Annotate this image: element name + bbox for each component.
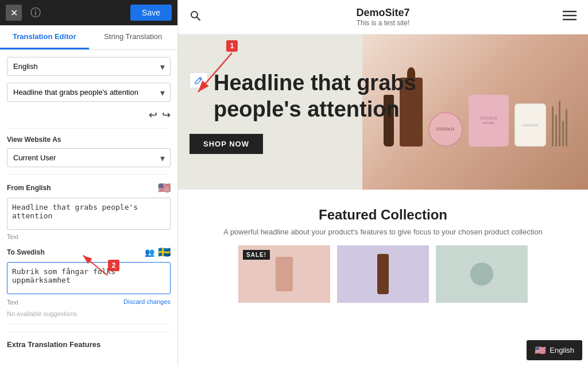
divider-2 [7, 174, 171, 175]
language-button[interactable]: 🇺🇸 English [527, 340, 582, 360]
extra-features-title: Extra Translation Features [7, 340, 100, 349]
product-card-3-image [436, 245, 528, 303]
hero-headline-wrap: Headline that grabspeople's attention [189, 70, 416, 122]
left-panel: ✕ ⓘ Save Translation Editor String Trans… [0, 0, 178, 366]
svg-line-3 [197, 17, 200, 21]
tab-bar: Translation Editor String Translation [0, 25, 177, 50]
svg-line-7 [199, 78, 201, 80]
from-flag: 🇺🇸 [158, 182, 171, 194]
featured-title: Featured Collection [189, 207, 577, 223]
people-icon: 👥 [145, 248, 154, 257]
from-type-label: Text [7, 233, 171, 240]
from-lang-label: From English [7, 184, 51, 192]
hero-section: Headline that grabspeople's attention SH… [178, 34, 588, 190]
to-section: To Swedish 👥 🇸🇪 Text Discard changes No … [7, 246, 171, 317]
to-lang-label: To Swedish [7, 248, 45, 256]
site-header: DemoSite7 This is a test site! [178, 0, 588, 34]
info-button[interactable]: ⓘ [28, 5, 44, 21]
content-select-wrapper: Headline that grabs people's attention [7, 83, 171, 102]
language-select[interactable]: English Swedish French German [7, 57, 171, 76]
view-as-select-wrapper: Current User Visitor [7, 148, 171, 167]
undo-redo-toolbar: ↩ ↪ [7, 109, 171, 121]
sale-badge-1: SALE! [243, 250, 270, 260]
divider-3 [7, 324, 171, 325]
content-select[interactable]: Headline that grabs people's attention [7, 83, 171, 102]
annotation-badge-2: 2 [108, 260, 119, 271]
lang-button-label: English [550, 346, 574, 355]
shop-now-button[interactable]: SHOP NOW [189, 134, 263, 154]
from-lang-header: From English 🇺🇸 [7, 182, 171, 194]
from-text-area[interactable] [7, 198, 171, 230]
product-card-3 [436, 245, 528, 303]
to-type-label: Text [7, 299, 18, 306]
featured-subtitle: A powerful headline about your product's… [211, 228, 555, 236]
divider-1 [7, 128, 171, 129]
tab-translation-editor[interactable]: Translation Editor [0, 25, 89, 49]
view-as-section: View Website As Current User Visitor [7, 136, 171, 167]
product-card-2 [337, 245, 429, 303]
to-text-area[interactable] [7, 262, 171, 294]
hero-headline: Headline that grabspeople's attention [214, 70, 416, 122]
product-grid: SALE! [189, 245, 577, 303]
hero-headline-text: Headline that grabspeople's attention [214, 71, 416, 121]
language-select-wrapper: English Swedish French German [7, 57, 171, 76]
edit-pencil-button[interactable] [189, 72, 208, 88]
no-suggestions-text: No available suggestions [7, 310, 171, 317]
close-button[interactable]: ✕ [6, 5, 22, 21]
extra-features-section: Extra Translation Features [7, 332, 171, 349]
site-tagline: This is a test site! [356, 19, 409, 27]
save-button[interactable]: Save [130, 5, 172, 21]
to-lang-header: To Swedish 👥 🇸🇪 [7, 246, 171, 259]
search-icon[interactable] [189, 10, 201, 24]
panel-body: English Swedish French German Headline t… [0, 50, 177, 366]
menu-icon[interactable] [563, 10, 577, 24]
tab-string-translation[interactable]: String Translation [89, 25, 178, 49]
hero-content: Headline that grabspeople's attention SH… [178, 53, 428, 171]
view-as-select[interactable]: Current User Visitor [7, 148, 171, 167]
site-title-wrap: DemoSite7 This is a test site! [356, 7, 409, 27]
right-panel: DemoSite7 This is a test site! [178, 0, 588, 366]
undo-button[interactable]: ↩ [149, 109, 157, 121]
from-section: From English 🇺🇸 Text [7, 182, 171, 240]
product-card-1: SALE! [238, 245, 330, 303]
product-card-2-image [337, 245, 429, 303]
lang-flag: 🇺🇸 [535, 345, 546, 356]
translation-actions-row: Text Discard changes [7, 298, 171, 306]
featured-collection: Featured Collection A powerful headline … [178, 190, 588, 311]
annotation-badge-1: 1 [226, 40, 238, 52]
discard-changes-link[interactable]: Discard changes [123, 298, 171, 305]
site-name: DemoSite7 [356, 7, 409, 19]
view-as-label: View Website As [7, 136, 171, 144]
redo-button[interactable]: ↪ [162, 109, 171, 121]
to-flag: 🇸🇪 [158, 246, 171, 259]
panel-header: ✕ ⓘ Save [0, 0, 177, 25]
